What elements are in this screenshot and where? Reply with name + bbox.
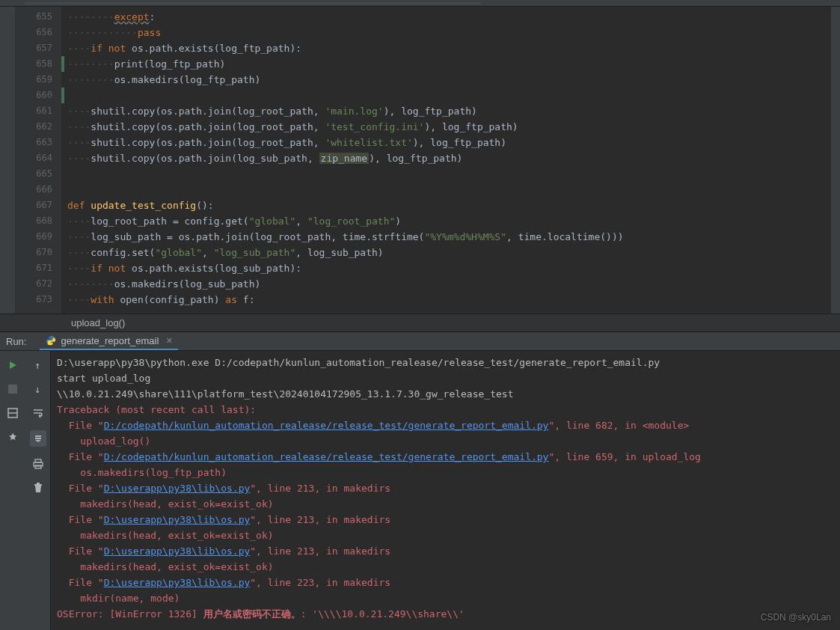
console-line: start upload_log [57,370,834,386]
code-line[interactable]: ····log_root_path = config.get("global",… [61,213,840,229]
code-line[interactable]: ····shutil.copy(os.path.join(log_sub_pat… [61,150,840,166]
editor-pane: 6556566576586596606616626636646656666676… [0,7,840,314]
traceback-link[interactable]: D:/codepath/kunlun_automation_realease/r… [104,420,549,431]
run-panel-label: Run: [6,336,26,347]
console-line: File "D:\userapp\py38\lib\os.py", line 2… [57,575,834,590]
console-line: File "D:\userapp\py38\lib\os.py", line 2… [57,512,834,527]
console-line: D:\userapp\py38\python.exe D:/codepath/k… [57,355,834,370]
code-line[interactable]: ····config.set("global", "log_sub_path",… [61,245,840,260]
soft-wrap-icon[interactable] [31,406,45,420]
watermark: CSDN @sky0Lan [761,612,831,623]
console-line: File "D:\userapp\py38\lib\os.py", line 2… [57,480,834,496]
code-line[interactable]: ····shutil.copy(os.path.join(log_root_pa… [61,135,840,150]
code-line[interactable]: ····log_sub_path = os.path.join(log_root… [61,229,840,245]
line-number-gutter[interactable]: 6556566576586596606616626636646656666676… [15,7,61,314]
code-editor[interactable]: ········except:············pass····if no… [61,7,840,314]
stop-icon[interactable] [6,382,19,396]
console-line: makedirs(head, exist_ok=exist_ok) [57,496,834,512]
tool-window-strip-left[interactable] [0,7,15,314]
python-icon [46,335,56,346]
run-toolbar-secondary: ↑ ↓ [25,351,51,630]
code-line[interactable]: def update_test_config(): [61,198,840,213]
search-everywhere-field[interactable] [25,2,481,4]
title-bar [0,0,840,7]
breadcrumb-item[interactable]: upload_log() [71,317,125,328]
console-output[interactable]: D:\userapp\py38\python.exe D:/codepath/k… [51,351,840,630]
tab-label: generate_report_email [61,335,159,346]
console-line: File "D:\userapp\py38\lib\os.py", line 2… [57,543,834,559]
close-tab-icon[interactable]: × [166,334,172,346]
console-line: upload_log() [57,433,834,449]
code-line[interactable] [61,166,840,182]
code-line[interactable]: ········except: [61,9,840,25]
console-line: \\10.0.21.249\share\111\platform_test\20… [57,386,834,402]
console-line: makedirs(head, exist_ok=exist_ok) [57,527,834,543]
console-line: Traceback (most recent call last): [57,402,834,418]
down-arrow-icon[interactable]: ↓ [31,382,45,396]
console-line: mkdir(name, mode) [57,590,834,606]
svg-rect-0 [8,385,17,394]
traceback-link[interactable]: D:\userapp\py38\lib\os.py [104,577,251,588]
print-icon[interactable] [31,457,45,471]
traceback-link[interactable]: D:\userapp\py38\lib\os.py [104,545,251,557]
layout-icon[interactable] [6,406,19,420]
run-tab-bar: Run: generate_report_email × [0,331,840,351]
code-line[interactable]: ····if not os.path.exists(log_sub_path): [61,260,840,276]
up-arrow-icon[interactable]: ↑ [31,358,45,372]
traceback-link[interactable]: D:\userapp\py38\lib\os.py [104,514,251,525]
code-line[interactable]: ············pass [61,25,840,40]
code-line[interactable]: ········os.makedirs(log_sub_path) [61,276,840,292]
code-line[interactable] [61,88,840,103]
breadcrumb-bar[interactable]: upload_log() [0,314,840,331]
scroll-to-end-icon[interactable] [30,430,46,447]
code-line[interactable] [61,182,840,198]
console-line: os.makedirs(log_ftp_path) [57,465,834,480]
traceback-link[interactable]: D:/codepath/kunlun_automation_realease/r… [104,451,549,462]
console-line: File "D:/codepath/kunlun_automation_real… [57,418,834,433]
code-line[interactable]: ········os.makedirs(log_ftp_path) [61,72,840,88]
console-line: OSError: [WinError 1326] 用户名或密码不正确。: '\\… [57,606,834,622]
traceback-link[interactable]: D:\userapp\py38\lib\os.py [104,483,251,494]
editor-scrollbar[interactable] [831,7,840,314]
code-line[interactable]: ····with open(config_path) as f: [61,292,840,308]
run-config-tab[interactable]: generate_report_email × [40,332,178,350]
code-line[interactable]: ····shutil.copy(os.path.join(log_root_pa… [61,119,840,135]
pin-icon[interactable] [6,430,19,444]
code-line[interactable]: ····if not os.path.exists(log_ftp_path): [61,40,840,56]
trash-icon[interactable] [31,481,45,495]
run-toolbar-primary [0,351,25,630]
rerun-icon[interactable] [6,358,19,372]
svg-rect-5 [35,465,41,468]
console-line: File "D:/codepath/kunlun_automation_real… [57,449,834,465]
code-line[interactable]: ····shutil.copy(os.path.join(log_root_pa… [61,103,840,119]
console-line: makedirs(head, exist_ok=exist_ok) [57,559,834,575]
code-line[interactable]: ········print(log_ftp_path) [61,56,840,72]
